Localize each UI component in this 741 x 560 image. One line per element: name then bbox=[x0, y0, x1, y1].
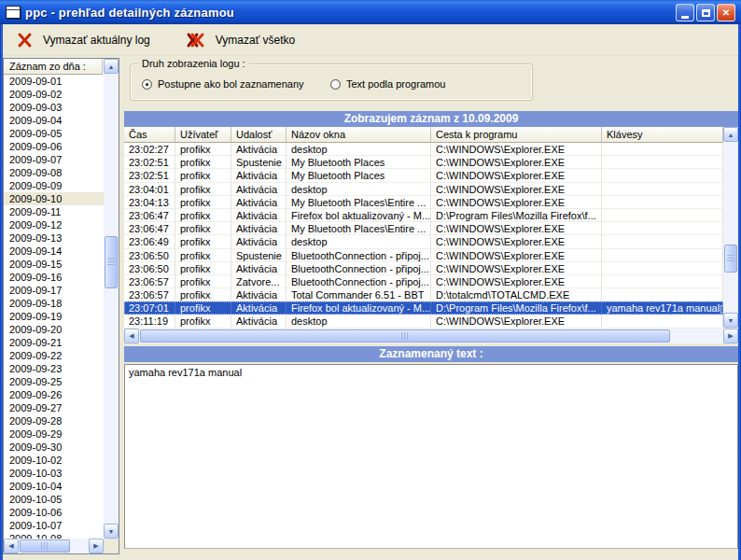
radio-option-by-program[interactable]: Text podla programou bbox=[330, 78, 445, 90]
column-header[interactable]: Udalosť bbox=[231, 127, 287, 143]
date-list-item[interactable]: 2009-09-30 bbox=[4, 441, 104, 454]
date-list-item[interactable]: 2009-09-09 bbox=[4, 179, 104, 192]
cell-path: C:\WINDOWS\Explorer.EXE bbox=[431, 235, 602, 248]
minimize-button[interactable] bbox=[676, 4, 694, 21]
date-list-item[interactable]: 2009-09-05 bbox=[4, 127, 104, 140]
table-row[interactable]: 23:06:49 profikx Aktivácia desktop C:\WI… bbox=[124, 235, 723, 248]
cell-keys bbox=[602, 169, 723, 182]
date-list-item[interactable]: 2009-10-06 bbox=[4, 506, 104, 519]
cell-time: 23:04:13 bbox=[124, 196, 175, 209]
date-list-item[interactable]: 2009-09-15 bbox=[4, 258, 104, 271]
date-list-item[interactable]: 2009-09-23 bbox=[4, 362, 104, 375]
sidebar-scroll-up-button[interactable]: ▲ bbox=[104, 59, 119, 74]
clear-all-button[interactable]: Vymazať všetko bbox=[178, 27, 302, 53]
column-header[interactable]: Klávesy bbox=[602, 127, 723, 143]
table-row[interactable]: 23:04:01 profikx Aktivácia desktop C:\WI… bbox=[124, 183, 723, 196]
date-list-item[interactable]: 2009-09-19 bbox=[4, 310, 104, 323]
cell-event: Aktivácia bbox=[231, 222, 287, 235]
cell-path: D:\totalcmd\TOTALCMD.EXE bbox=[431, 288, 602, 301]
date-list-item[interactable]: 2009-09-22 bbox=[4, 349, 104, 362]
table-scroll-up-button[interactable]: ▲ bbox=[723, 127, 738, 142]
radio-icon bbox=[142, 79, 152, 90]
table-row[interactable]: 23:02:51 profikx Aktivácia My Bluetooth … bbox=[124, 169, 723, 182]
date-list-item[interactable]: 2009-09-10 bbox=[4, 192, 104, 205]
column-header[interactable]: Čas bbox=[124, 127, 175, 143]
cell-event: Aktivácia bbox=[231, 262, 287, 275]
close-button[interactable]: ✕ bbox=[717, 4, 735, 21]
cell-time: 23:06:50 bbox=[124, 262, 175, 275]
table-row[interactable]: 23:06:50 profikx Aktivácia BluetoothConn… bbox=[124, 262, 723, 275]
table-hscroll-thumb[interactable] bbox=[140, 329, 670, 343]
table-vscroll-thumb[interactable] bbox=[724, 245, 737, 273]
date-list-item[interactable]: 2009-09-08 bbox=[4, 166, 104, 179]
table-row[interactable]: 23:06:57 profikx Aktivácia Total Command… bbox=[124, 288, 723, 301]
title-bar[interactable]: ppc - prehľad detailných záznamou ✕ bbox=[0, 0, 741, 24]
cell-time: 23:04:01 bbox=[124, 183, 175, 196]
table-row[interactable]: 23:04:13 profikx Aktivácia My Bluetooth … bbox=[124, 196, 723, 209]
cell-user: profikx bbox=[175, 262, 231, 275]
date-list-item[interactable]: 2009-09-18 bbox=[4, 297, 104, 310]
date-list-item[interactable]: 2009-09-27 bbox=[4, 401, 104, 414]
cell-event: Aktivácia bbox=[231, 235, 287, 248]
sidebar-hscroll-thumb[interactable] bbox=[20, 539, 70, 553]
date-list-item[interactable]: 2009-10-02 bbox=[4, 454, 104, 467]
date-list-item[interactable]: 2009-09-17 bbox=[4, 284, 104, 297]
cell-keys bbox=[602, 209, 723, 222]
date-list-item[interactable]: 2009-09-26 bbox=[4, 388, 104, 401]
sidebar-vscroll-track[interactable] bbox=[104, 74, 119, 524]
date-list-item[interactable]: 2009-10-07 bbox=[4, 519, 104, 532]
date-list-item[interactable]: 2009-10-03 bbox=[4, 467, 104, 480]
table-row[interactable]: 23:02:27 profikx Aktivácia desktop C:\WI… bbox=[124, 143, 723, 156]
sidebar-scroll-left-button[interactable]: ◀ bbox=[4, 539, 19, 553]
radio-option-sequential[interactable]: Postupne ako bol zaznamenany bbox=[142, 78, 304, 90]
date-list-item[interactable]: 2009-09-25 bbox=[4, 375, 104, 388]
scroll-left-icon: ◀ bbox=[8, 542, 13, 550]
date-list-item[interactable]: 2009-10-08 bbox=[4, 532, 104, 539]
table-scroll-down-button[interactable]: ▼ bbox=[723, 313, 738, 328]
date-list-item[interactable]: 2009-10-04 bbox=[4, 480, 104, 493]
date-list-item[interactable]: 2009-09-28 bbox=[4, 414, 104, 427]
date-list-item[interactable]: 2009-09-03 bbox=[4, 101, 104, 114]
table-row[interactable]: 23:02:51 profikx Spustenie My Bluetooth … bbox=[124, 156, 723, 169]
sidebar-scroll-right-button[interactable]: ▶ bbox=[89, 539, 104, 553]
table-vscroll-track[interactable] bbox=[723, 142, 738, 313]
column-header[interactable]: Cesta k programu bbox=[431, 127, 602, 143]
scroll-up-icon: ▲ bbox=[728, 132, 734, 138]
date-list-item[interactable]: 2009-09-04 bbox=[4, 114, 104, 127]
table-row[interactable]: 23:06:47 profikx Aktivácia My Bluetooth … bbox=[124, 222, 723, 235]
date-list-item[interactable]: 2009-09-07 bbox=[4, 153, 104, 166]
cell-time: 23:02:27 bbox=[124, 143, 175, 156]
cell-event: Aktivácia bbox=[231, 196, 287, 209]
cell-event: Spustenie bbox=[231, 156, 287, 169]
sidebar-scroll-down-button[interactable]: ▼ bbox=[104, 524, 119, 539]
date-list-item[interactable]: 2009-09-13 bbox=[4, 231, 104, 245]
table-scroll-right-button[interactable]: ▶ bbox=[723, 329, 738, 343]
date-list-item[interactable]: 2009-09-12 bbox=[4, 218, 104, 231]
table-row[interactable]: 23:06:47 profikx Aktivácia Firefox bol a… bbox=[124, 209, 723, 222]
column-header[interactable]: Názov okna bbox=[287, 127, 431, 143]
date-list-item[interactable]: 2009-09-16 bbox=[4, 271, 104, 284]
maximize-button[interactable] bbox=[696, 4, 715, 21]
radio-label: Text podla programou bbox=[346, 78, 445, 90]
table-row[interactable]: 23:06:50 profikx Spustenie BluetoothConn… bbox=[124, 249, 723, 262]
clear-current-log-button[interactable]: Vymazať aktuálny log bbox=[8, 27, 158, 53]
date-list-item[interactable]: 2009-10-05 bbox=[4, 493, 104, 506]
table-row[interactable]: 23:06:57 profikx Zatvore... BluetoothCon… bbox=[124, 275, 723, 288]
table-scroll-left-button[interactable]: ◀ bbox=[124, 329, 139, 343]
window-title: ppc - prehľad detailných záznamou bbox=[25, 6, 234, 20]
date-list-item[interactable]: 2009-09-06 bbox=[4, 140, 104, 153]
recorded-text-area[interactable]: yamaha rev171a manual bbox=[124, 364, 738, 549]
column-header[interactable]: Užívateľ bbox=[175, 127, 231, 143]
cell-time: 23:11:19 bbox=[124, 315, 175, 328]
table-row[interactable]: 23:07:01 profikx Aktivácia Firefox bol a… bbox=[124, 301, 723, 315]
sidebar-vscroll-thumb[interactable] bbox=[105, 236, 118, 288]
date-list-item[interactable]: 2009-09-21 bbox=[4, 336, 104, 349]
table-row[interactable]: 23:11:19 profikx Aktivácia desktop C:\WI… bbox=[124, 315, 723, 328]
date-list-item[interactable]: 2009-09-11 bbox=[4, 205, 104, 218]
date-list-item[interactable]: 2009-09-20 bbox=[4, 323, 104, 336]
date-list-item[interactable]: 2009-09-14 bbox=[4, 245, 104, 258]
thumb-grip bbox=[41, 542, 49, 550]
date-list-item[interactable]: 2009-09-02 bbox=[4, 88, 104, 101]
date-list-item[interactable]: 2009-09-01 bbox=[4, 75, 104, 88]
date-list-item[interactable]: 2009-09-29 bbox=[4, 427, 104, 441]
